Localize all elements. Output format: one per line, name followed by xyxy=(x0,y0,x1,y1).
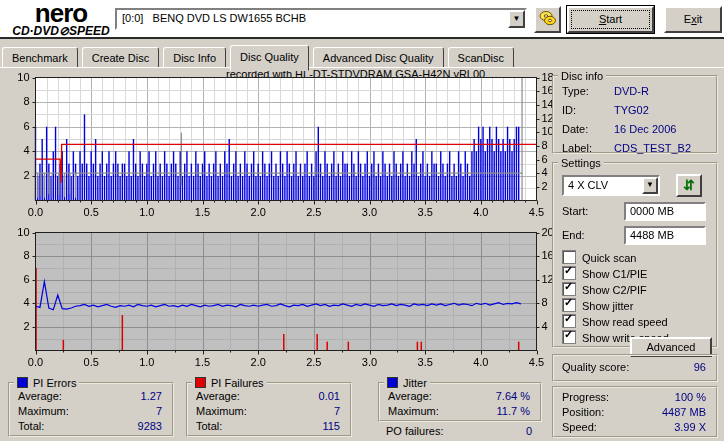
disc-label-label: Label: xyxy=(562,139,592,158)
pi-errors-maximum: 7 xyxy=(156,404,162,419)
pi-failures-swatch-icon xyxy=(195,377,206,388)
quality-score-box: Quality score:96 xyxy=(552,354,718,382)
logo-nero-text: nero xyxy=(8,1,114,25)
scan-speed-value: 4 X CLV xyxy=(568,179,608,191)
pi-errors-swatch-icon xyxy=(17,377,28,388)
jitter-pif-chart xyxy=(0,226,560,368)
toolbar-separator xyxy=(0,37,724,39)
po-failures-row: PO failures: 0 xyxy=(378,424,542,439)
jitter-stats: Jitter Average:7.64 % Maximum:11.7 % xyxy=(378,376,542,422)
jitter-title: Jitter xyxy=(403,377,427,389)
disc-date-label: Date: xyxy=(562,120,588,139)
checkbox-show-c1-pie[interactable]: Show C1/PIE xyxy=(562,266,647,280)
end-position-input[interactable]: 4488 MB xyxy=(624,226,706,245)
disc-id-value: TYG02 xyxy=(614,101,649,120)
checkbox-icon[interactable] xyxy=(562,282,576,296)
checkbox-show-c2-pif[interactable]: Show C2/PIF xyxy=(562,282,647,296)
start-position-input[interactable]: 0000 MB xyxy=(624,202,706,221)
disc-type-value: DVD-R xyxy=(614,82,649,101)
position-value: 4487 MB xyxy=(662,405,706,420)
disc-type-label: Type: xyxy=(562,82,589,101)
jitter-maximum: 11.7 % xyxy=(497,404,530,419)
checkbox-show-read-speed[interactable]: Show read speed xyxy=(562,314,668,328)
disc-info-title: Disc info xyxy=(558,70,606,82)
progress-box: Progress:100 % Position:4487 MB Speed:3.… xyxy=(552,386,718,438)
logo-cdspeed-text: CD·DVD⊘SPEED xyxy=(8,25,114,37)
disc-id-label: ID: xyxy=(562,101,576,120)
settings-group: Settings 4 X CLV ▼ ⇵ Start: 0000 MB End:… xyxy=(552,157,718,348)
tab-disc-quality[interactable]: Disc Quality xyxy=(230,45,309,71)
speed-value: 3.99 X xyxy=(674,420,706,435)
checkbox-icon[interactable] xyxy=(562,314,576,328)
start-position-label: Start: xyxy=(562,205,588,217)
quality-score-label: Quality score: xyxy=(562,356,629,378)
progress-label: Progress: xyxy=(562,390,609,405)
checkbox-icon[interactable] xyxy=(562,266,576,280)
pi-failures-total: 115 xyxy=(322,419,340,434)
checkbox-icon[interactable] xyxy=(562,298,576,312)
disc-icon: ⊘ xyxy=(59,24,69,38)
disc-info-group: Disc info Type:DVD-R ID:TYG02 Date:16 De… xyxy=(552,70,718,154)
progress-value: 100 % xyxy=(675,390,706,405)
nero-logo: nero CD·DVD⊘SPEED xyxy=(8,1,114,37)
start-button[interactable]: Start xyxy=(567,6,654,33)
tab-bar: Benchmark Create Disc Disc Info Disc Qua… xyxy=(2,44,515,68)
refresh-icon: ⇵ xyxy=(683,177,695,193)
pi-errors-title: PI Errors xyxy=(33,377,76,389)
toolbar: nero CD·DVD⊘SPEED [0:0] BENQ DVD LS DW16… xyxy=(0,0,724,37)
disc-label-value: CDS_TEST_B2 xyxy=(614,139,691,158)
disc-tool-button[interactable] xyxy=(534,6,561,33)
pi-failures-stats: PI Failures Average:0.01 Maximum:7 Total… xyxy=(186,376,352,437)
exit-button[interactable]: Exit xyxy=(664,6,722,33)
drive-select-value: [0:0] BENQ DVD LS DW1655 BCHB xyxy=(122,12,306,24)
checkbox-quick-scan[interactable]: Quick scan xyxy=(562,250,636,264)
pi-failures-title: PI Failures xyxy=(211,377,264,389)
checkbox-icon[interactable] xyxy=(562,250,576,264)
speed-label: Speed: xyxy=(562,420,597,435)
position-label: Position: xyxy=(562,405,604,420)
settings-title: Settings xyxy=(558,157,604,169)
jitter-average: 7.64 % xyxy=(496,389,530,404)
pi-errors-total: 9283 xyxy=(138,419,162,434)
pi-failures-maximum: 7 xyxy=(334,404,340,419)
scan-speed-select[interactable]: 4 X CLV ▼ xyxy=(562,175,660,196)
po-failures-value: 0 xyxy=(526,424,532,439)
pi-errors-chart xyxy=(0,71,560,229)
refresh-button[interactable]: ⇵ xyxy=(676,174,702,197)
quality-score-value: 96 xyxy=(694,356,706,378)
jitter-swatch-icon xyxy=(387,377,398,388)
disc-hand-icon xyxy=(538,8,557,27)
disc-date-value: 16 Dec 2006 xyxy=(614,120,676,139)
drive-select[interactable]: [0:0] BENQ DVD LS DW1655 BCHB ▼ xyxy=(115,8,527,30)
pi-errors-average: 1.27 xyxy=(141,389,162,404)
end-position-label: End: xyxy=(562,229,585,241)
pi-failures-average: 0.01 xyxy=(319,389,340,404)
checkbox-show-jitter[interactable]: Show jitter xyxy=(562,298,633,312)
chevron-down-icon[interactable]: ▼ xyxy=(508,10,525,28)
checkbox-icon[interactable] xyxy=(562,330,576,344)
pi-errors-stats: PI Errors Average:1.27 Maximum:7 Total:9… xyxy=(8,376,174,437)
chevron-down-icon[interactable]: ▼ xyxy=(642,177,658,194)
po-failures-label: PO failures: xyxy=(386,424,443,439)
